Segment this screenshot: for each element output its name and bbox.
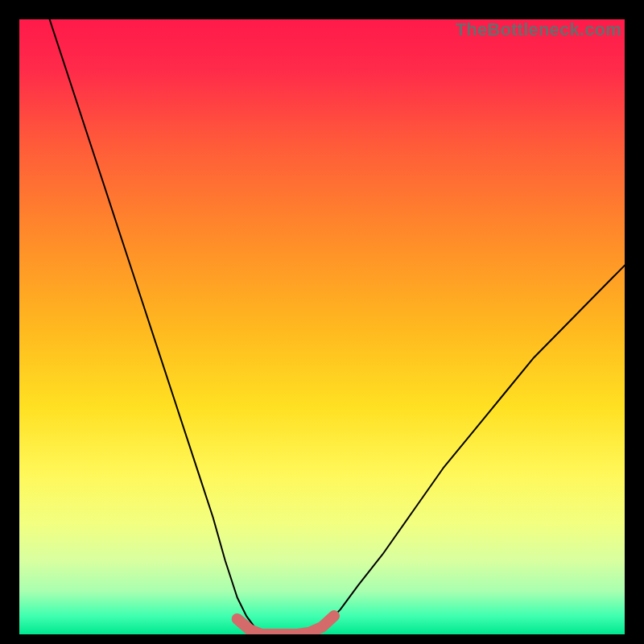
bottleneck-curve [50, 19, 625, 634]
flat-region-highlight [237, 616, 334, 634]
watermark-text: TheBottleneck.com [19, 19, 625, 40]
chart-frame: TheBottleneck.com [0, 0, 644, 644]
curve-layer [19, 19, 625, 634]
plot-area: TheBottleneck.com [19, 19, 625, 634]
